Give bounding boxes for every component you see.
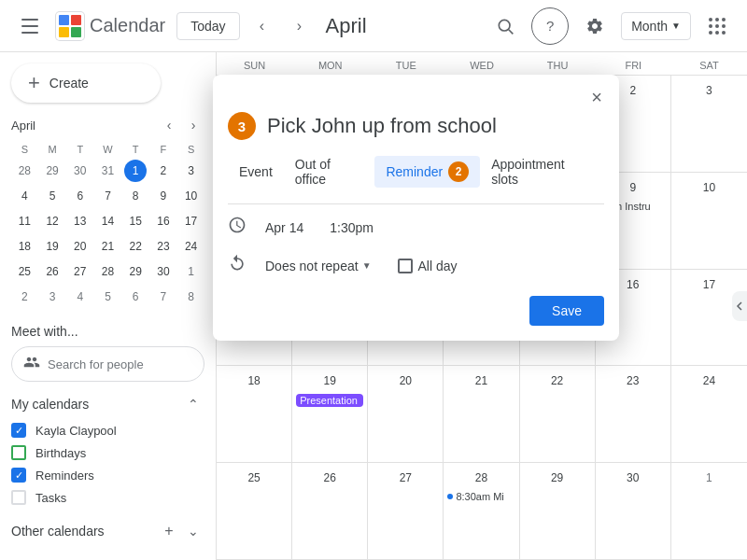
mini-cal-day[interactable]: 25 [13,260,35,283]
tasks-name: Tasks [35,491,66,505]
scroll-indicator[interactable] [732,291,747,321]
mini-cal-day[interactable]: 30 [69,160,92,182]
other-calendars-collapse[interactable]: ⌄ [182,520,204,542]
mini-cal-day[interactable]: 10 [180,185,203,207]
mini-cal-day[interactable]: 17 [180,210,203,232]
view-dropdown[interactable]: Month ▼ [621,12,691,40]
mini-cal-day[interactable]: 23 [152,235,175,258]
mini-cal-day[interactable]: 5 [41,185,63,207]
mini-cal-day[interactable]: 24 [180,235,203,258]
mini-cal-day[interactable]: 29 [41,160,63,182]
mini-cal-day[interactable]: 28 [13,160,35,182]
settings-icon[interactable] [576,7,613,45]
table-row[interactable]: 21 [444,366,519,463]
mini-cal-day[interactable]: 4 [13,185,35,207]
mini-cal-day[interactable]: 28 [96,260,119,283]
my-calendars-collapse[interactable]: ⌃ [182,393,204,415]
today-button[interactable]: Today [176,12,239,40]
mini-cal-day[interactable]: 19 [41,235,63,258]
reminders-checkbox[interactable]: ✓ [11,468,26,483]
menu-icon[interactable] [11,7,49,45]
table-row[interactable]: 29 [520,463,596,560]
list-item[interactable]: Presentation [296,394,363,407]
mini-cal-day[interactable]: 30 [152,260,175,283]
mini-cal-day[interactable]: 4 [69,286,92,308]
mini-cal-day[interactable]: 2 [13,286,35,308]
table-row[interactable]: 26 [292,463,368,560]
table-row[interactable]: 10 [671,173,747,270]
event-time[interactable]: 1:30pm [322,217,381,239]
mini-cal-day[interactable]: 29 [124,260,147,283]
mini-cal-day[interactable]: 7 [96,185,119,207]
table-row[interactable]: 19Presentation [292,366,368,463]
save-button[interactable]: Save [529,296,604,326]
tasks-checkbox[interactable] [11,490,26,505]
table-row[interactable]: 288:30am Mi [444,463,519,560]
mini-cal-day[interactable]: 5 [96,286,119,308]
help-icon[interactable]: ? [531,7,569,45]
search-icon[interactable] [486,7,524,45]
mini-cal-day[interactable]: 22 [124,235,147,258]
mini-cal-day[interactable]: 1 [124,160,147,182]
create-button[interactable]: + Create [11,63,161,103]
table-row[interactable]: 20 [368,366,444,463]
day-header-t2: T [122,144,149,155]
table-row[interactable]: 25 [217,463,292,560]
tab-out-of-office[interactable]: Out of office [284,151,375,192]
mini-cal-day[interactable]: 8 [124,185,147,207]
calendar-item-birthdays[interactable]: Birthdays [11,441,204,464]
mini-cal-day[interactable]: 2 [152,160,175,182]
mini-cal-day[interactable]: 20 [69,235,92,258]
table-row[interactable]: 18 [217,366,292,463]
calendar-item-tasks[interactable]: Tasks [11,486,204,509]
mini-cal-day[interactable]: 27 [69,260,92,283]
repeat-dropdown[interactable]: Does not repeat ▼ [258,255,379,277]
mini-cal-day[interactable]: 14 [96,210,119,232]
nav-next[interactable]: › [285,11,315,41]
mini-cal-day[interactable]: 15 [124,210,147,232]
mini-cal-next[interactable]: › [182,114,204,136]
search-people-input[interactable]: Search for people [11,346,204,382]
mini-cal-day[interactable]: 6 [69,185,92,207]
mini-cal-day[interactable]: 26 [41,260,63,283]
tab-appointment[interactable]: Appointment slots [480,151,604,192]
cal-cell-num: 23 [622,370,644,392]
table-row[interactable]: 1 [671,463,747,560]
apps-icon[interactable] [698,7,736,45]
table-row[interactable]: 27 [368,463,444,560]
table-row[interactable]: 30 [596,463,671,560]
table-row[interactable]: 3 [671,76,747,173]
tab-reminder[interactable]: Reminder 2 [374,156,480,188]
mini-cal-prev[interactable]: ‹ [158,114,180,136]
mini-cal-day[interactable]: 3 [180,160,203,182]
mini-cal-day[interactable]: 6 [124,286,147,308]
allday-checkbox[interactable] [398,259,413,273]
mini-cal-day[interactable]: 13 [69,210,92,232]
add-other-calendar[interactable]: + [158,520,180,542]
mini-cal-day[interactable]: 3 [41,286,63,308]
calendar-item-kayla[interactable]: ✓ Kayla Claypool [11,419,204,441]
list-item[interactable]: 8:30am Mi [447,491,514,502]
table-row[interactable]: 23 [596,366,671,463]
mini-cal-day[interactable]: 31 [96,160,119,182]
mini-cal-day[interactable]: 12 [41,210,63,232]
table-row[interactable]: 24 [671,366,747,463]
mini-cal-day[interactable]: 18 [13,235,35,258]
mini-cal-day[interactable]: 1 [180,260,203,283]
nav-prev[interactable]: ‹ [247,11,277,41]
calendar-item-reminders[interactable]: ✓ Reminders [11,464,204,486]
table-row[interactable]: 22 [520,366,596,463]
allday-label[interactable]: All day [398,259,458,273]
tab-event[interactable]: Event [228,159,284,185]
mini-cal-day[interactable]: 8 [180,286,203,308]
birthdays-checkbox[interactable] [11,445,26,460]
mini-cal-day[interactable]: 16 [152,210,175,232]
modal-close-button[interactable]: × [582,82,612,112]
event-date[interactable]: Apr 14 [258,217,311,239]
kayla-checkbox[interactable]: ✓ [11,423,26,438]
mini-cal-day[interactable]: 7 [152,286,175,308]
mini-cal-day[interactable]: 11 [13,210,35,232]
step3-badge: 3 [228,112,256,140]
mini-cal-day[interactable]: 9 [152,185,175,207]
mini-cal-day[interactable]: 21 [96,235,119,258]
